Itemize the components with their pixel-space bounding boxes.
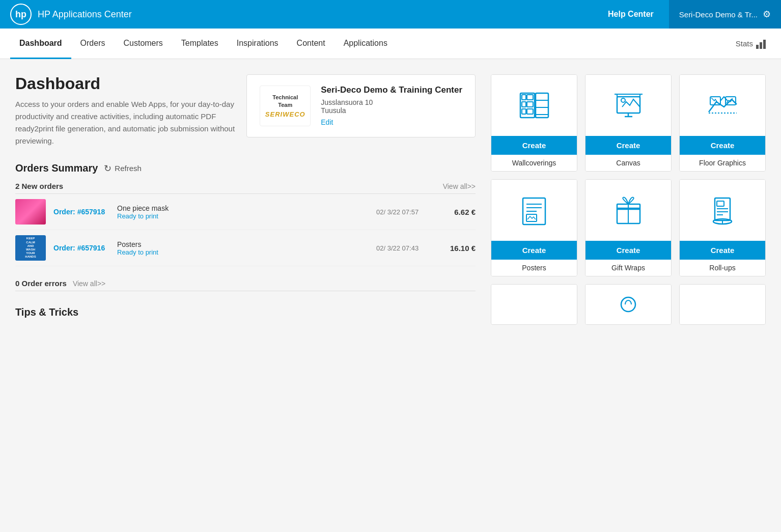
errors-divider bbox=[15, 291, 476, 291]
create-roll-ups-button[interactable]: Create bbox=[680, 241, 765, 260]
user-account-label: Seri-Deco Demo & Tr... bbox=[679, 10, 758, 19]
product-card-posters: Create Posters bbox=[491, 179, 577, 276]
profile-logo-text: TechnicalTeam bbox=[272, 94, 298, 108]
svg-rect-4 bbox=[527, 95, 533, 100]
product-icon-area bbox=[680, 285, 765, 324]
floor-graphics-icon bbox=[706, 89, 739, 122]
product-card-extra2 bbox=[585, 284, 672, 325]
order-id-link[interactable]: Order: #657918 bbox=[53, 208, 109, 216]
order-thumbnail-blue: KEEPCALMANDWASHYOURHANDS bbox=[15, 235, 46, 261]
user-account-btn[interactable]: Seri-Deco Demo & Tr... ⚙ bbox=[669, 0, 781, 29]
order-description: One piece mask bbox=[117, 204, 369, 212]
order-row: Order: #657918 One piece mask Ready to p… bbox=[15, 194, 476, 230]
order-desc: Posters Ready to print bbox=[117, 240, 369, 256]
order-thumbnail bbox=[15, 199, 46, 225]
order-row: KEEPCALMANDWASHYOURHANDS Order: #657916 … bbox=[15, 230, 476, 266]
order-status: Ready to print bbox=[117, 248, 369, 256]
create-floor-graphics-button[interactable]: Create bbox=[680, 136, 765, 155]
product-card-canvas: Create Canvas bbox=[585, 74, 672, 172]
nav-item-customers[interactable]: Customers bbox=[114, 29, 172, 59]
svg-rect-6 bbox=[527, 109, 533, 114]
profile-logo: TechnicalTeam SERIWECO bbox=[260, 86, 311, 126]
left-panel: Dashboard Access to your orders and enab… bbox=[15, 74, 476, 522]
main-content: Dashboard Access to your orders and enab… bbox=[0, 59, 781, 532]
product-icon-area bbox=[585, 285, 671, 324]
nav-item-templates[interactable]: Templates bbox=[172, 29, 228, 59]
product-card-roll-ups: Create Roll-ups bbox=[679, 179, 766, 276]
roll-ups-icon bbox=[709, 194, 737, 227]
hp-logo: hp bbox=[10, 4, 32, 25]
product-label: Floor Graphics bbox=[680, 155, 765, 171]
edit-link[interactable]: Edit bbox=[321, 118, 333, 126]
product-label: Gift Wraps bbox=[585, 260, 671, 276]
order-date: 02/ 3/22 07:43 bbox=[376, 244, 437, 252]
nav-bar: Dashboard Orders Customers Templates Ins… bbox=[0, 29, 781, 59]
product-label: Posters bbox=[491, 260, 577, 276]
product-icon-area bbox=[491, 285, 577, 324]
order-desc: One piece mask Ready to print bbox=[117, 204, 369, 220]
product-label: Roll-ups bbox=[680, 260, 765, 276]
order-price: 6.62 € bbox=[445, 208, 476, 216]
svg-rect-3 bbox=[522, 109, 526, 114]
create-gift-wraps-button[interactable]: Create bbox=[585, 241, 671, 260]
order-id-link[interactable]: Order: #657916 bbox=[53, 244, 109, 252]
posters-icon bbox=[519, 194, 549, 227]
view-all-orders-link[interactable]: View all>> bbox=[443, 182, 476, 190]
product-card-extra1 bbox=[491, 284, 577, 325]
company-name: Seri-Deco Demo & Training Center bbox=[321, 85, 462, 95]
svg-point-12 bbox=[621, 98, 625, 102]
nav-item-content[interactable]: Content bbox=[288, 29, 334, 59]
order-errors-count: 0 Order errors bbox=[15, 279, 67, 288]
product-icon-area bbox=[585, 180, 671, 241]
product-card-extra3 bbox=[679, 284, 766, 325]
order-errors-section: 0 Order errors View all>> bbox=[15, 279, 476, 291]
refresh-button[interactable]: ↻ Refresh bbox=[104, 163, 142, 174]
create-wallcoverings-button[interactable]: Create bbox=[491, 136, 577, 155]
help-center-link[interactable]: Help Center bbox=[608, 10, 654, 19]
order-description: Posters bbox=[117, 240, 369, 248]
create-canvas-button[interactable]: Create bbox=[585, 136, 671, 155]
create-posters-button[interactable]: Create bbox=[491, 241, 577, 260]
product-icon-area bbox=[491, 75, 577, 136]
svg-point-36 bbox=[621, 297, 635, 312]
orders-summary-title: Orders Summary bbox=[15, 162, 98, 174]
product-card-wallcoverings: Create Wallcoverings bbox=[491, 74, 577, 172]
page-title: Dashboard bbox=[15, 74, 236, 93]
product-label: Wallcoverings bbox=[491, 155, 577, 171]
svg-rect-11 bbox=[617, 97, 640, 113]
refresh-label: Refresh bbox=[115, 164, 142, 173]
profile-logo-brand: SERIWECO bbox=[265, 110, 305, 118]
view-all-errors-link[interactable]: View all>> bbox=[73, 279, 105, 288]
product-grid: Create Wallcoverings bbox=[491, 74, 766, 325]
nav-item-inspirations[interactable]: Inspirations bbox=[228, 29, 288, 59]
nav-item-applications[interactable]: Applications bbox=[334, 29, 397, 59]
order-status: Ready to print bbox=[117, 212, 369, 220]
product-icon-area bbox=[585, 75, 671, 136]
profile-info: Seri-Deco Demo & Training Center Jusslan… bbox=[321, 85, 462, 127]
product-icon-area bbox=[680, 180, 765, 241]
dashboard-description: Access to your orders and enable Web App… bbox=[15, 98, 236, 147]
dashboard-intro: Dashboard Access to your orders and enab… bbox=[15, 74, 236, 147]
stats-area[interactable]: Stats bbox=[731, 29, 771, 59]
profile-card: TechnicalTeam SERIWECO Seri-Deco Demo & … bbox=[246, 74, 476, 137]
nav-item-dashboard[interactable]: Dashboard bbox=[10, 29, 71, 59]
address-line1: Jusslansuora 10 bbox=[321, 98, 462, 106]
new-orders-section: 2 New orders View all>> Order: #657918 O… bbox=[15, 182, 476, 266]
order-price: 16.10 € bbox=[445, 244, 476, 253]
stats-label: Stats bbox=[736, 39, 753, 48]
tips-section: Tips & Tricks bbox=[15, 306, 476, 318]
address-line2: Tuusula bbox=[321, 106, 462, 115]
nav-item-orders[interactable]: Orders bbox=[71, 29, 115, 59]
gift-wraps-icon bbox=[612, 194, 645, 227]
product-card-gift-wraps: Create Gift Wraps bbox=[585, 179, 672, 276]
wallcoverings-icon bbox=[518, 89, 551, 122]
stats-icon bbox=[756, 39, 766, 49]
top-header: hp HP Applications Center Help Center Se… bbox=[0, 0, 781, 29]
refresh-icon: ↻ bbox=[104, 163, 111, 174]
app-title: HP Applications Center bbox=[38, 9, 608, 20]
svg-rect-7 bbox=[536, 93, 548, 118]
new-orders-count: 2 New orders bbox=[15, 182, 63, 190]
gear-icon: ⚙ bbox=[763, 9, 771, 20]
canvas-icon bbox=[612, 89, 645, 122]
product-card-floor-graphics: Create Floor Graphics bbox=[679, 74, 766, 172]
